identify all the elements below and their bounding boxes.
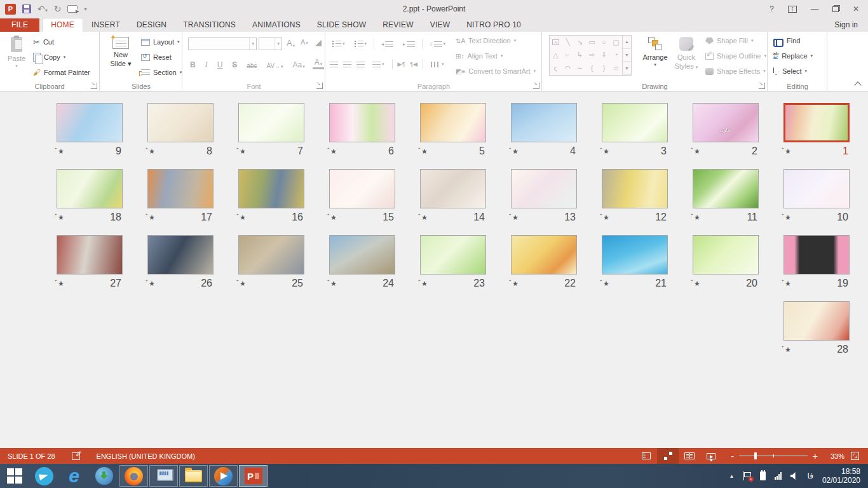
tab-home[interactable]: HOME [42, 18, 83, 32]
elbow-arrow-connector-icon[interactable]: ↳ [577, 51, 583, 58]
slide-thumbnail-5[interactable] [420, 103, 486, 142]
close-button[interactable]: ✕ [853, 4, 859, 13]
zoom-slider[interactable] [739, 456, 808, 456]
select-button[interactable]: Select▾ [771, 64, 815, 79]
taskbar-download-manager[interactable] [90, 465, 118, 487]
slide-thumbnail-20[interactable] [693, 235, 759, 274]
taskbar-remote-keyboard-app[interactable] [149, 465, 178, 487]
rtl-direction-button[interactable]: ¶◀ [410, 61, 417, 67]
slide-thumbnail-13[interactable] [511, 169, 577, 208]
transition-star-icon[interactable]: ★ [603, 147, 609, 156]
help-button[interactable]: ? [770, 4, 774, 13]
font-dialog-launcher[interactable] [316, 83, 323, 89]
spell-check-icon[interactable] [72, 452, 80, 460]
shapes-scroll-up-icon[interactable]: ▲ [623, 36, 631, 49]
language-indicator[interactable]: ENGLISH (UNITED KINGDOM) [97, 452, 195, 460]
shape-effects-button[interactable]: Shape Effects▾ [703, 64, 769, 79]
curve-shape-icon[interactable]: ∼ [577, 65, 583, 72]
text-shadow-button[interactable]: S [230, 60, 239, 69]
character-spacing-button[interactable]: AV↔▾ [264, 62, 285, 69]
columns-button[interactable]: ▾ [428, 62, 447, 67]
slide-sorter-view-button[interactable] [657, 448, 679, 464]
strikethrough-button[interactable]: abc [245, 62, 259, 69]
transition-star-icon[interactable]: ★ [330, 214, 337, 222]
save-icon[interactable] [22, 4, 31, 13]
slide-thumbnail-1[interactable] [783, 103, 850, 142]
paste-button[interactable]: Paste▾ [1, 34, 32, 83]
transition-star-icon[interactable]: ★ [694, 214, 700, 222]
transition-star-icon[interactable]: ★ [240, 214, 246, 222]
align-right-button[interactable] [356, 62, 365, 67]
input-language-indicator[interactable]: فا [808, 471, 813, 480]
transition-star-icon[interactable]: ★ [512, 280, 519, 288]
rounded-rectangle-shape-icon[interactable]: ▢ [613, 39, 619, 46]
slide-thumbnail-17[interactable] [147, 169, 214, 208]
zoom-out-button[interactable]: - [731, 452, 734, 461]
align-center-button[interactable] [343, 62, 351, 67]
minimize-button[interactable]: — [811, 4, 818, 13]
slide-thumbnail-4[interactable] [511, 103, 577, 142]
shapes-scroll-down-icon[interactable]: ▼ [623, 49, 631, 62]
ribbon-display-options-icon[interactable]: ↑ [788, 6, 797, 13]
transition-star-icon[interactable]: ★ [694, 147, 700, 156]
transition-star-icon[interactable]: ★ [240, 280, 246, 288]
bullets-button[interactable]: ▾ [330, 41, 348, 47]
slide-thumbnail-6[interactable] [329, 103, 395, 142]
transition-star-icon[interactable]: ★ [785, 147, 791, 156]
zoom-in-button[interactable]: + [813, 452, 818, 461]
transition-star-icon[interactable]: ★ [58, 214, 64, 222]
slide-thumbnail-28[interactable] [783, 301, 850, 341]
text-direction-button[interactable]: ⇅AText Direction▾ [453, 33, 538, 48]
find-button[interactable]: Find [771, 33, 815, 48]
start-from-beginning-icon[interactable] [67, 5, 78, 13]
new-slide-button[interactable]: New Slide ▾ [105, 34, 136, 83]
replace-button[interactable]: abacReplace▾ [771, 48, 815, 64]
transition-star-icon[interactable]: ★ [785, 280, 791, 288]
taskbar-telegram[interactable] [30, 465, 58, 487]
transition-star-icon[interactable]: ★ [603, 280, 609, 288]
taskbar-powerpoint[interactable]: P [239, 465, 268, 487]
down-arrow-shape-icon[interactable]: ⇩ [601, 51, 607, 58]
pie-shape-icon[interactable]: ◔ [614, 51, 618, 58]
triangle-shape-icon[interactable]: △ [553, 51, 558, 58]
rectangle-shape-icon[interactable]: ▭ [588, 39, 595, 46]
underline-button[interactable]: U [215, 60, 225, 69]
transition-star-icon[interactable]: ★ [149, 214, 155, 222]
slide-thumbnail-19[interactable] [783, 235, 850, 274]
section-button[interactable]: Section▾ [139, 65, 184, 80]
tab-slide-show[interactable]: SLIDE SHOW [309, 18, 374, 32]
convert-to-smartart-button[interactable]: ◩≡Convert to SmartArt▾ [453, 64, 538, 79]
volume-icon[interactable] [790, 472, 799, 480]
grow-font-button[interactable]: A▴ [285, 38, 297, 48]
slide-thumbnail-11[interactable] [693, 169, 759, 208]
slide-thumbnail-22[interactable] [511, 235, 577, 274]
fit-slide-to-window-icon[interactable] [851, 452, 859, 460]
transition-star-icon[interactable]: ★ [330, 147, 337, 156]
slide-thumbnail-27[interactable] [57, 235, 123, 274]
repeat-icon[interactable]: ↻ [54, 4, 62, 13]
slide-thumbnail-7[interactable] [238, 103, 304, 142]
transition-star-icon[interactable]: ★ [421, 214, 428, 222]
reset-button[interactable]: Reset [139, 50, 184, 65]
shrink-font-button[interactable]: A▾ [299, 38, 310, 46]
decrease-indent-button[interactable]: ◂ [379, 41, 396, 47]
transition-star-icon[interactable]: ★ [421, 147, 428, 156]
taskbar-media-player[interactable] [209, 465, 238, 487]
taskbar-file-explorer[interactable] [179, 465, 208, 487]
transition-star-icon[interactable]: ★ [58, 147, 64, 156]
tab-review[interactable]: REVIEW [374, 18, 422, 32]
collapse-ribbon-icon[interactable] [855, 81, 860, 86]
transition-star-icon[interactable]: ★ [512, 147, 519, 156]
italic-button[interactable]: I [203, 60, 210, 69]
tab-design[interactable]: DESIGN [128, 18, 175, 32]
slide-thumbnail-26[interactable] [147, 235, 214, 274]
text-box-shape-icon[interactable]: A [552, 39, 559, 45]
copy-button[interactable]: Copy▾ [31, 50, 93, 65]
cut-button[interactable]: ✂Cut [31, 34, 93, 50]
arrow-shape-icon[interactable]: ↘ [577, 39, 583, 46]
font-name-combobox[interactable]: ▾ [188, 37, 257, 50]
justify-button[interactable]: ▾ [370, 62, 387, 67]
shape-outline-button[interactable]: Shape Outline▾ [703, 48, 769, 64]
shape-fill-button[interactable]: Shape Fill▾ [703, 33, 769, 48]
right-brace-shape-icon[interactable]: } [603, 65, 606, 72]
